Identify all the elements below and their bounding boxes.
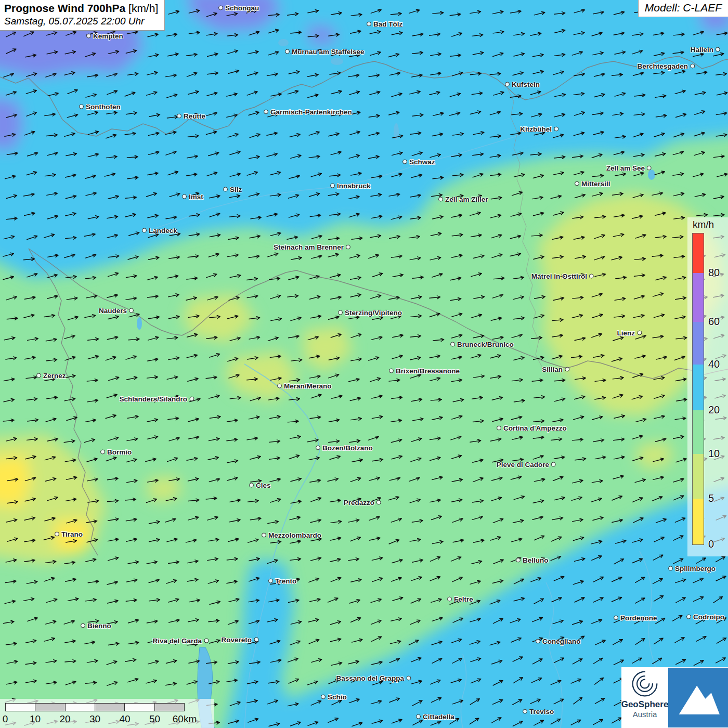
legend-segment->80 [693,233,704,273]
geosphere-logo: GeoSphere Austria [621,667,728,728]
legend-tick-10: 10 [708,448,720,460]
geosphere-mountain-icon [668,667,728,728]
scalebar-label-0: 0 [3,713,8,725]
scalebar-segment [125,704,154,711]
scalebar-label-60km: 60km [173,713,197,725]
model-box: Modell: C-LAEF [638,0,728,17]
scale-bar-segments [5,703,185,711]
legend-segment-60-80 [693,273,704,322]
legend-segment-20-40 [693,365,704,410]
legend-segment-5-10 [693,454,704,499]
title-box: Prognose Wind 700hPa [km/h] Samstag, 05.… [0,0,165,31]
legend-segment-40-60 [693,322,704,365]
geosphere-logo-left: GeoSphere Austria [621,667,668,728]
scalebar-segment [6,704,35,711]
legend-unit-label: km/h [693,219,714,230]
wind-map: SchongauBad TölzKemptenMurnau am Staffel… [0,0,728,728]
legend-tick-40: 40 [708,358,720,370]
scalebar-label-50: 50 [149,713,160,725]
map-title-unit: [km/h] [128,2,158,14]
scalebar-segment [35,704,65,711]
scalebar-segment [66,704,95,711]
scalebar-label-20: 20 [59,713,70,725]
scale-bar: 0102030405060km [0,699,214,728]
scalebar-label-10: 10 [30,713,41,725]
scale-bar-labels: 0102030405060km [0,713,214,726]
legend-segment-0-5 [693,499,704,544]
legend-color-bar [692,233,704,545]
legend-tick-20: 20 [708,404,720,416]
legend-tick-5: 5 [708,492,714,504]
logo-sub: Austria [633,710,657,719]
legend-tick-0: 0 [708,538,714,550]
map-subtitle: Samstag, 05.07.2025 22:00 Uhr [4,16,158,27]
scalebar-segment [155,704,184,711]
wind-arrow-field [0,0,728,728]
scalebar-segment [95,704,125,711]
legend-tick-80: 80 [708,267,720,279]
model-label: Modell: C-LAEF [645,2,722,14]
scalebar-label-40: 40 [119,713,130,725]
legend-tick-60: 60 [708,316,720,328]
logo-name: GeoSphere [621,699,669,710]
legend-segment-10-20 [693,410,704,454]
scalebar-label-30: 30 [89,713,100,725]
wind-arrows-path [3,9,727,726]
map-title-main: Prognose Wind 700hPa [4,2,125,14]
wind-speed-legend: km/h 806040201050 [687,217,728,556]
geosphere-swirl-icon [630,669,660,698]
map-title: Prognose Wind 700hPa [km/h] [4,2,158,15]
